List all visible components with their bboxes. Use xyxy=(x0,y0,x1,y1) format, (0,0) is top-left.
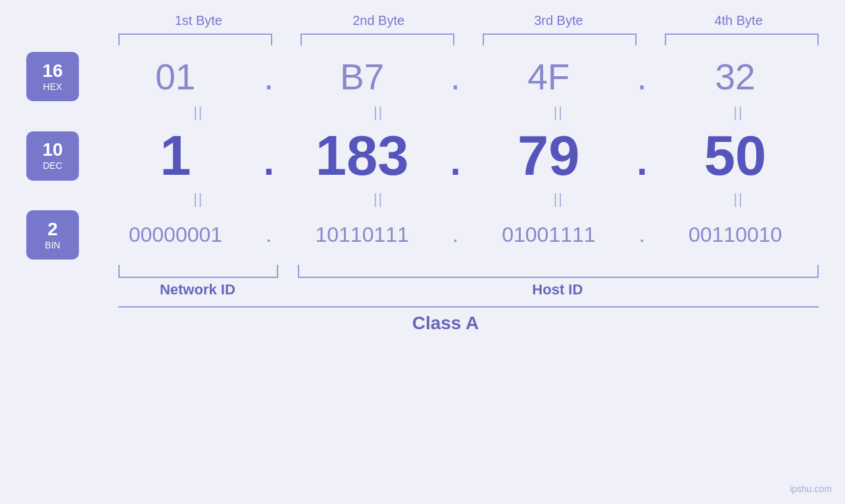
equals-2-b1: || xyxy=(118,191,279,208)
dot-hex-3: . xyxy=(632,56,652,98)
equals-2-b3: || xyxy=(479,191,639,208)
host-id-bracket xyxy=(298,265,819,278)
equals-2-b2: || xyxy=(299,191,459,208)
hex-byte4: 32 xyxy=(652,56,819,98)
bin-base-number: 2 xyxy=(47,220,58,239)
hex-base-number: 16 xyxy=(42,62,62,80)
hex-byte2: B7 xyxy=(279,56,446,98)
equals-1-b1: || xyxy=(118,104,279,121)
dec-byte1: 1 xyxy=(92,124,259,188)
main-container: 1st Byte 2nd Byte 3rd Byte 4th Byte 16 H… xyxy=(0,0,845,504)
dec-byte3: 79 xyxy=(466,124,633,188)
dot-bin-1: . xyxy=(259,223,279,247)
equals-1-b3: || xyxy=(479,104,639,121)
dec-byte4: 50 xyxy=(652,124,819,188)
byte2-header: 2nd Byte xyxy=(299,13,459,28)
dot-hex-1: . xyxy=(259,56,279,98)
host-id-label: Host ID xyxy=(297,281,819,298)
bin-base-label: BIN xyxy=(45,240,60,250)
dot-dec-2: . xyxy=(446,124,466,188)
equals-row-2: || || || || xyxy=(26,188,819,210)
dot-bin-3: . xyxy=(632,223,652,247)
dec-base-number: 10 xyxy=(42,141,62,159)
top-bracket-3 xyxy=(483,34,637,45)
equals-2-b4: || xyxy=(658,191,819,208)
dot-hex-2: . xyxy=(446,56,466,98)
dec-row: 10 DEC 1 . 183 . 79 . 50 xyxy=(26,124,819,188)
hex-base-label: HEX xyxy=(43,81,62,92)
byte-headers: 1st Byte 2nd Byte 3rd Byte 4th Byte xyxy=(26,13,819,28)
network-id-bracket xyxy=(118,265,278,278)
equals-1-b4: || xyxy=(658,104,819,121)
equals-1-b2: || xyxy=(299,104,459,121)
bin-byte3: 01001111 xyxy=(466,223,633,247)
top-bracket-1 xyxy=(118,34,272,45)
hex-byte3: 4F xyxy=(466,56,633,98)
hex-badge: 16 HEX xyxy=(26,52,79,101)
class-label: Class A xyxy=(26,313,819,334)
byte1-header: 1st Byte xyxy=(118,13,279,28)
dec-badge: 10 DEC xyxy=(26,131,79,181)
labels-row: Network ID Host ID xyxy=(26,281,819,298)
dot-dec-3: . xyxy=(632,124,652,188)
footer-watermark: ipshu.com xyxy=(790,484,832,494)
equals-row-1: || || || || xyxy=(26,101,819,124)
top-bracket-2 xyxy=(301,34,454,45)
hex-row: 16 HEX 01 . B7 . 4F . 32 xyxy=(26,52,819,101)
class-bracket-line xyxy=(118,306,819,308)
hex-byte1: 01 xyxy=(92,56,259,98)
network-id-label: Network ID xyxy=(118,281,277,298)
top-bracket-4 xyxy=(665,34,819,45)
bin-row: 2 BIN 00000001 . 10110111 . 01001111 . 0… xyxy=(26,210,819,260)
dec-byte2: 183 xyxy=(279,124,446,188)
byte4-header: 4th Byte xyxy=(658,13,819,28)
dec-base-label: DEC xyxy=(43,160,62,171)
bin-badge: 2 BIN xyxy=(26,210,79,260)
bin-byte2: 10110111 xyxy=(279,223,446,247)
dot-bin-2: . xyxy=(446,223,466,247)
dot-dec-1: . xyxy=(259,124,279,188)
bin-byte4: 00110010 xyxy=(652,223,819,247)
bin-byte1: 00000001 xyxy=(92,223,259,247)
byte3-header: 3rd Byte xyxy=(479,13,639,28)
